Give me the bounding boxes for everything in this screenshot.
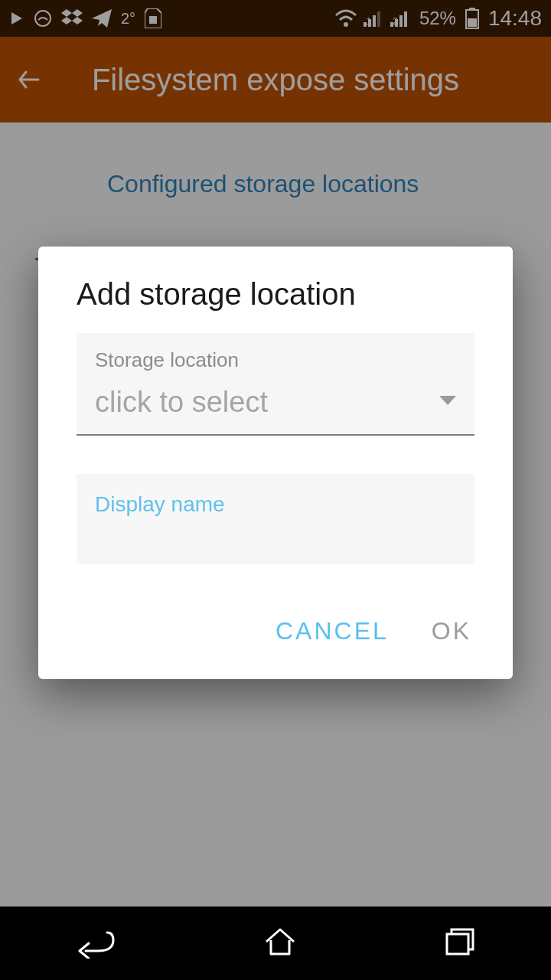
display-name-field[interactable]: Display name <box>77 474 474 564</box>
display-name-label: Display name <box>95 492 456 517</box>
cancel-button[interactable]: CANCEL <box>276 617 389 645</box>
storage-location-field: Storage location click to select <box>77 333 474 434</box>
storage-location-label: Storage location <box>95 348 456 372</box>
storage-location-placeholder: click to select <box>95 386 268 419</box>
nav-home-button[interactable] <box>263 926 297 960</box>
svg-marker-23 <box>439 396 456 405</box>
field-underline <box>77 434 474 436</box>
storage-location-select[interactable]: click to select <box>95 386 456 425</box>
nav-recent-button[interactable] <box>444 926 478 960</box>
add-storage-dialog: Add storage location Storage location cl… <box>38 247 513 679</box>
dialog-title: Add storage location <box>38 277 513 333</box>
svg-rect-22 <box>447 934 468 954</box>
nav-back-button[interactable] <box>73 925 116 962</box>
dialog-actions: CANCEL OK <box>38 564 513 664</box>
nav-bar <box>0 906 551 980</box>
ok-button[interactable]: OK <box>432 617 471 645</box>
chevron-down-icon <box>439 396 456 410</box>
